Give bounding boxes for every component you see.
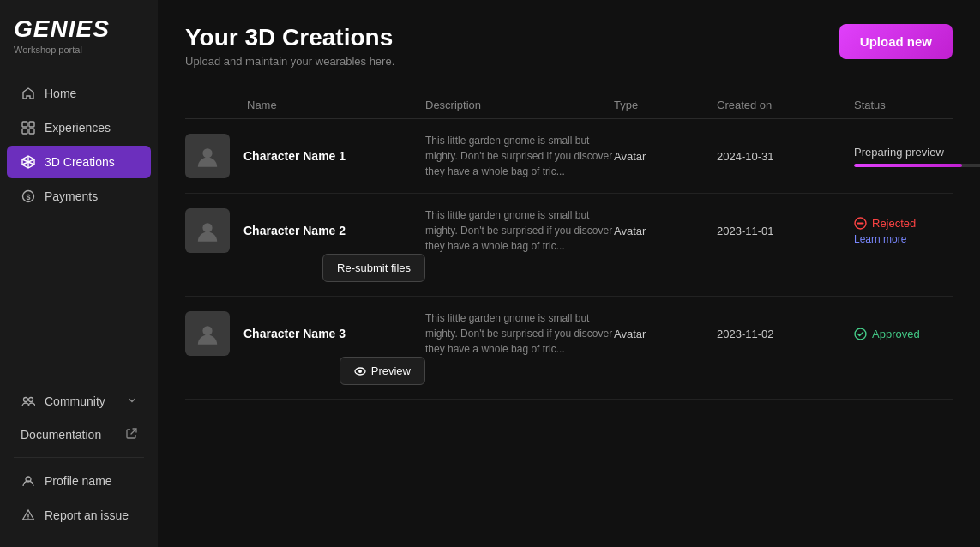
- description-cell-2: This little garden gnome is small but mi…: [425, 207, 614, 254]
- status-approved: Approved: [854, 328, 953, 340]
- action-cell-3: Preview: [185, 357, 425, 385]
- name-cell-3: Character Name 3: [185, 311, 425, 356]
- learn-more-link[interactable]: Learn more: [854, 233, 953, 245]
- svg-point-16: [202, 223, 212, 232]
- sidebar-item-report[interactable]: Report an issue: [7, 499, 151, 532]
- upload-new-button[interactable]: Upload new: [839, 24, 953, 59]
- status-text-preparing: Preparing preview: [854, 146, 980, 159]
- sidebar-item-documentation[interactable]: Documentation: [7, 419, 151, 450]
- sidebar-item-community[interactable]: Community: [7, 385, 151, 418]
- community-label: Community: [45, 394, 105, 408]
- sidebar: GENIES Workshop portal Home Experiences: [0, 0, 158, 547]
- description-cell-3: This little garden gnome is small but mi…: [425, 310, 614, 357]
- sidebar-item-3d-creations[interactable]: 3D Creations: [7, 146, 151, 178]
- date-cell-3: 2023-11-02: [717, 328, 854, 340]
- preview-button[interactable]: Preview: [340, 357, 425, 385]
- home-icon: [21, 86, 36, 101]
- svg-point-19: [202, 326, 212, 335]
- sidebar-bottom: Community Documentation: [0, 383, 158, 547]
- svg-rect-0: [22, 122, 27, 127]
- community-left: Community: [21, 394, 105, 409]
- description-cell-1: This little garden gnome is small but mi…: [425, 133, 614, 179]
- profile-icon: [21, 473, 36, 489]
- type-cell-3: Avatar: [614, 328, 717, 340]
- sidebar-item-home[interactable]: Home: [7, 77, 151, 110]
- table-header: Name Description Type Created on Status: [185, 92, 953, 119]
- item-name-3: Character Name 3: [243, 327, 346, 340]
- status-cell-1: Preparing preview: [854, 146, 980, 167]
- status-rejected: Rejected: [854, 217, 953, 230]
- name-cell-2: Character Name 2: [185, 208, 425, 253]
- col-header-description: Description: [425, 99, 614, 111]
- table-row: Character Name 2 This little garden gnom…: [185, 194, 953, 297]
- page-subtitle: Upload and maintain your wearables here.: [185, 55, 394, 68]
- sidebar-item-payments[interactable]: $ Payments: [7, 180, 151, 213]
- sidebar-divider: [14, 457, 144, 458]
- main-header: Your 3D Creations Upload and maintain yo…: [185, 24, 953, 68]
- svg-point-10: [24, 398, 28, 402]
- eye-icon: [354, 365, 366, 377]
- documentation-label: Documentation: [21, 428, 101, 442]
- community-chevron-icon: [127, 394, 137, 408]
- col-header-status: Status: [854, 99, 953, 111]
- status-cell-2: Rejected Learn more: [854, 217, 953, 245]
- sidebar-item-experiences-label: Experiences: [45, 121, 111, 135]
- community-icon: [21, 394, 36, 409]
- rejected-icon: [854, 217, 867, 230]
- table-row: Character Name 3 This little garden gnom…: [185, 297, 953, 400]
- col-header-type: Type: [614, 99, 717, 111]
- type-cell-2: Avatar: [614, 225, 717, 237]
- avatar-thumb-1: [185, 134, 230, 178]
- rejected-text: Rejected: [872, 217, 916, 230]
- payments-icon: $: [21, 189, 36, 204]
- name-cell-1: Character Name 1: [185, 134, 425, 178]
- progress-bar: [854, 164, 980, 167]
- sidebar-item-experiences[interactable]: Experiences: [7, 111, 151, 144]
- table-row: Character Name 1 This little garden gnom…: [185, 119, 953, 194]
- svg-rect-3: [29, 129, 34, 134]
- status-cell-3: Approved: [854, 328, 953, 340]
- nav: Home Experiences: [0, 75, 158, 383]
- title-area: Your 3D Creations Upload and maintain yo…: [185, 24, 394, 68]
- report-label: Report an issue: [45, 508, 129, 522]
- action-cell-2: Re-submit files: [185, 254, 425, 282]
- item-name-1: Character Name 1: [243, 149, 346, 163]
- profile-label: Profile name: [45, 474, 112, 488]
- type-cell-1: Avatar: [614, 150, 717, 163]
- svg-rect-2: [22, 129, 27, 134]
- svg-point-15: [202, 148, 212, 158]
- warning-icon: [21, 508, 36, 523]
- svg-text:$: $: [26, 193, 30, 201]
- sidebar-item-home-label: Home: [45, 87, 76, 100]
- 3d-creations-icon: [21, 154, 36, 170]
- col-header-name: Name: [185, 99, 425, 111]
- svg-rect-1: [29, 122, 34, 127]
- svg-point-22: [358, 370, 362, 373]
- avatar-thumb-3: [185, 311, 230, 356]
- approved-text: Approved: [872, 328, 920, 340]
- status-preparing: Preparing preview: [854, 146, 980, 167]
- sidebar-item-payments-label: Payments: [45, 189, 98, 203]
- sidebar-item-3d-creations-label: 3D Creations: [45, 155, 115, 169]
- external-link-icon: [126, 428, 137, 442]
- experiences-icon: [21, 120, 36, 135]
- resubmit-button[interactable]: Re-submit files: [322, 254, 425, 282]
- progress-bar-fill: [854, 164, 962, 167]
- date-cell-2: 2023-11-01: [717, 225, 854, 237]
- col-header-created: Created on: [717, 99, 854, 111]
- logo-area: GENIES Workshop portal: [0, 0, 158, 62]
- sidebar-item-profile[interactable]: Profile name: [7, 465, 151, 497]
- page-title: Your 3D Creations: [185, 24, 394, 51]
- logo-subtitle: Workshop portal: [14, 45, 144, 55]
- creations-table: Name Description Type Created on Status …: [185, 92, 953, 400]
- approved-icon: [854, 328, 867, 340]
- date-cell-1: 2024-10-31: [717, 150, 854, 163]
- main-content: Your 3D Creations Upload and maintain yo…: [158, 0, 980, 547]
- avatar-thumb-2: [185, 208, 230, 253]
- svg-point-14: [27, 518, 28, 519]
- logo: GENIES: [14, 15, 144, 43]
- svg-point-11: [29, 398, 33, 402]
- item-name-2: Character Name 2: [243, 224, 346, 237]
